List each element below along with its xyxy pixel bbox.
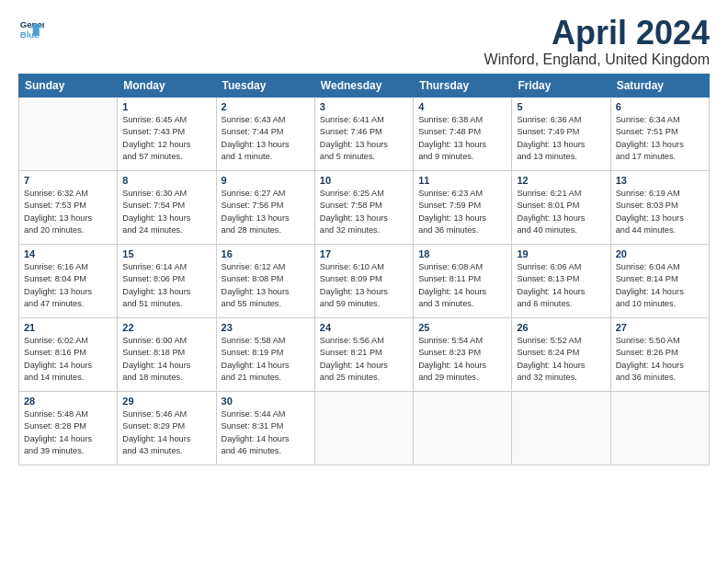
main-title: April 2024 [484, 17, 710, 50]
calendar-week-row: 28Sunrise: 5:48 AMSunset: 8:28 PMDayligh… [19, 392, 710, 465]
calendar-cell: 12Sunrise: 6:21 AMSunset: 8:01 PMDayligh… [512, 171, 610, 245]
page: General Blue April 2024 Winford, England… [0, 0, 728, 475]
calendar-cell: 29Sunrise: 5:46 AMSunset: 8:29 PMDayligh… [118, 392, 216, 465]
day-number: 17 [320, 248, 408, 259]
day-info: Sunrise: 5:52 AMSunset: 8:24 PMDaylight:… [517, 335, 605, 384]
day-info: Sunrise: 6:16 AMSunset: 8:04 PMDaylight:… [24, 261, 112, 310]
day-info: Sunrise: 6:41 AMSunset: 7:46 PMDaylight:… [320, 114, 408, 163]
day-number: 6 [616, 101, 704, 112]
day-info: Sunrise: 6:36 AMSunset: 7:49 PMDaylight:… [517, 114, 605, 163]
day-number: 3 [320, 101, 408, 112]
calendar-cell: 4Sunrise: 6:38 AMSunset: 7:48 PMDaylight… [414, 98, 512, 171]
calendar-cell: 3Sunrise: 6:41 AMSunset: 7:46 PMDaylight… [314, 98, 413, 171]
calendar-cell: 5Sunrise: 6:36 AMSunset: 7:49 PMDaylight… [512, 98, 610, 171]
day-number: 22 [122, 322, 210, 333]
day-info: Sunrise: 6:06 AMSunset: 8:13 PMDaylight:… [517, 261, 605, 310]
day-info: Sunrise: 6:04 AMSunset: 8:14 PMDaylight:… [616, 261, 704, 310]
header-monday: Monday [118, 75, 216, 98]
day-info: Sunrise: 6:30 AMSunset: 7:54 PMDaylight:… [122, 188, 210, 236]
day-info: Sunrise: 6:43 AMSunset: 7:44 PMDaylight:… [222, 114, 310, 163]
header-thursday: Thursday [414, 75, 512, 98]
calendar-cell: 27Sunrise: 5:50 AMSunset: 8:26 PMDayligh… [610, 318, 709, 392]
day-info: Sunrise: 6:34 AMSunset: 7:51 PMDaylight:… [616, 114, 704, 163]
day-info: Sunrise: 6:02 AMSunset: 8:16 PMDaylight:… [24, 335, 112, 384]
day-number: 30 [222, 396, 310, 407]
day-number: 24 [320, 322, 408, 333]
calendar-cell: 25Sunrise: 5:54 AMSunset: 8:23 PMDayligh… [414, 318, 512, 392]
day-info: Sunrise: 5:48 AMSunset: 8:28 PMDaylight:… [24, 408, 112, 457]
calendar-cell [610, 392, 709, 465]
subtitle: Winford, England, United Kingdom [484, 52, 710, 68]
header-saturday: Saturday [610, 75, 709, 98]
calendar-cell: 24Sunrise: 5:56 AMSunset: 8:21 PMDayligh… [314, 318, 413, 392]
day-number: 4 [418, 101, 506, 112]
calendar-cell: 23Sunrise: 5:58 AMSunset: 8:19 PMDayligh… [216, 318, 314, 392]
calendar-cell: 18Sunrise: 6:08 AMSunset: 8:11 PMDayligh… [414, 245, 512, 318]
calendar-cell: 13Sunrise: 6:19 AMSunset: 8:03 PMDayligh… [610, 171, 709, 245]
day-info: Sunrise: 6:32 AMSunset: 7:53 PMDaylight:… [24, 188, 112, 236]
day-info: Sunrise: 6:12 AMSunset: 8:08 PMDaylight:… [222, 261, 310, 310]
day-info: Sunrise: 6:21 AMSunset: 8:01 PMDaylight:… [517, 188, 605, 236]
svg-text:General: General [20, 19, 44, 29]
day-number: 25 [418, 322, 506, 333]
calendar-cell [314, 392, 413, 465]
weekday-header-row: Sunday Monday Tuesday Wednesday Thursday… [19, 75, 710, 98]
day-number: 21 [24, 322, 112, 333]
day-number: 11 [418, 175, 506, 186]
day-number: 5 [517, 101, 605, 112]
calendar-cell: 26Sunrise: 5:52 AMSunset: 8:24 PMDayligh… [512, 318, 610, 392]
day-info: Sunrise: 5:50 AMSunset: 8:26 PMDaylight:… [616, 335, 704, 384]
calendar-cell [414, 392, 512, 465]
day-info: Sunrise: 6:19 AMSunset: 8:03 PMDaylight:… [616, 188, 704, 236]
calendar-cell: 30Sunrise: 5:44 AMSunset: 8:31 PMDayligh… [216, 392, 314, 465]
day-number: 28 [24, 396, 112, 407]
day-info: Sunrise: 6:14 AMSunset: 8:06 PMDaylight:… [122, 261, 210, 310]
calendar-cell [512, 392, 610, 465]
day-number: 15 [122, 248, 210, 259]
day-info: Sunrise: 6:25 AMSunset: 7:58 PMDaylight:… [320, 188, 408, 236]
day-info: Sunrise: 5:44 AMSunset: 8:31 PMDaylight:… [222, 408, 310, 457]
header-wednesday: Wednesday [314, 75, 413, 98]
calendar-cell: 15Sunrise: 6:14 AMSunset: 8:06 PMDayligh… [118, 245, 216, 318]
day-number: 26 [517, 322, 605, 333]
calendar-cell: 19Sunrise: 6:06 AMSunset: 8:13 PMDayligh… [512, 245, 610, 318]
calendar-week-row: 7Sunrise: 6:32 AMSunset: 7:53 PMDaylight… [19, 171, 710, 245]
day-number: 27 [616, 322, 704, 333]
day-number: 1 [122, 101, 210, 112]
day-info: Sunrise: 6:23 AMSunset: 7:59 PMDaylight:… [418, 188, 506, 236]
day-info: Sunrise: 6:45 AMSunset: 7:43 PMDaylight:… [122, 114, 210, 163]
header-sunday: Sunday [19, 75, 118, 98]
title-block: April 2024 Winford, England, United King… [484, 17, 710, 68]
day-info: Sunrise: 6:38 AMSunset: 7:48 PMDaylight:… [418, 114, 506, 163]
day-info: Sunrise: 6:08 AMSunset: 8:11 PMDaylight:… [418, 261, 506, 310]
calendar-cell [19, 98, 118, 171]
day-info: Sunrise: 6:27 AMSunset: 7:56 PMDaylight:… [222, 188, 310, 236]
day-number: 29 [122, 396, 210, 407]
calendar-cell: 6Sunrise: 6:34 AMSunset: 7:51 PMDaylight… [610, 98, 709, 171]
calendar-cell: 14Sunrise: 6:16 AMSunset: 8:04 PMDayligh… [19, 245, 118, 318]
day-number: 18 [418, 248, 506, 259]
calendar-cell: 20Sunrise: 6:04 AMSunset: 8:14 PMDayligh… [610, 245, 709, 318]
calendar-cell: 7Sunrise: 6:32 AMSunset: 7:53 PMDaylight… [19, 171, 118, 245]
header: General Blue April 2024 Winford, England… [18, 17, 710, 68]
day-number: 8 [122, 175, 210, 186]
day-number: 20 [616, 248, 704, 259]
day-info: Sunrise: 5:54 AMSunset: 8:23 PMDaylight:… [418, 335, 506, 384]
day-number: 2 [222, 101, 310, 112]
calendar-cell: 10Sunrise: 6:25 AMSunset: 7:58 PMDayligh… [314, 171, 413, 245]
day-number: 12 [517, 175, 605, 186]
day-info: Sunrise: 6:10 AMSunset: 8:09 PMDaylight:… [320, 261, 408, 310]
calendar-cell: 16Sunrise: 6:12 AMSunset: 8:08 PMDayligh… [216, 245, 314, 318]
day-number: 16 [222, 248, 310, 259]
day-info: Sunrise: 5:56 AMSunset: 8:21 PMDaylight:… [320, 335, 408, 384]
header-tuesday: Tuesday [216, 75, 314, 98]
calendar-cell: 28Sunrise: 5:48 AMSunset: 8:28 PMDayligh… [19, 392, 118, 465]
calendar-week-row: 1Sunrise: 6:45 AMSunset: 7:43 PMDaylight… [19, 98, 710, 171]
calendar-cell: 11Sunrise: 6:23 AMSunset: 7:59 PMDayligh… [414, 171, 512, 245]
day-number: 9 [222, 175, 310, 186]
day-number: 13 [616, 175, 704, 186]
calendar-cell: 9Sunrise: 6:27 AMSunset: 7:56 PMDaylight… [216, 171, 314, 245]
day-info: Sunrise: 5:58 AMSunset: 8:19 PMDaylight:… [222, 335, 310, 384]
calendar-table: Sunday Monday Tuesday Wednesday Thursday… [18, 74, 710, 465]
day-number: 23 [222, 322, 310, 333]
